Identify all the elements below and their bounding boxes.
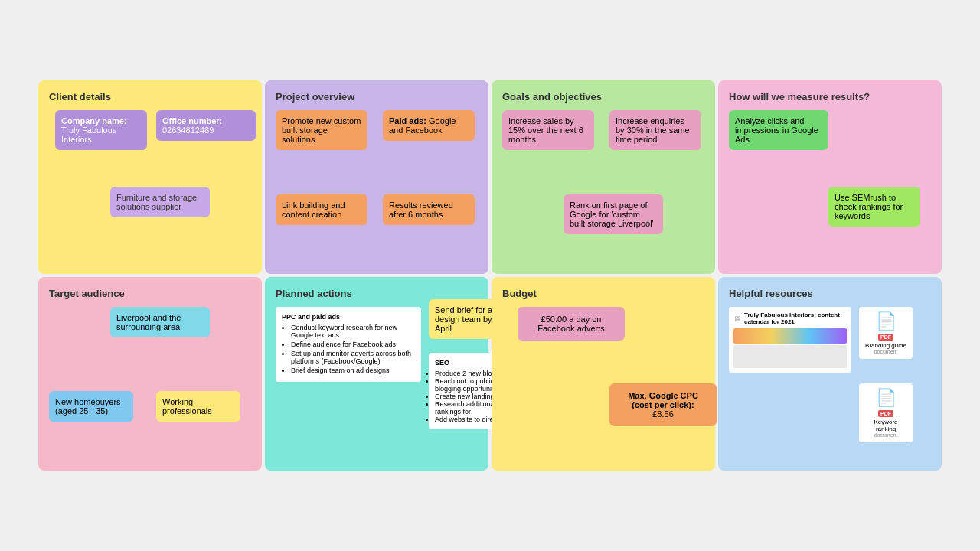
professionals-text: Working professionals [162, 397, 234, 416]
doc3-suffix: document [864, 432, 908, 438]
doc1-preview-bar [733, 328, 847, 344]
promote-text: Promote new custom built storage solutio… [282, 116, 361, 144]
rank-text: Rank on first page of Google for 'custom… [570, 201, 657, 228]
increase-text: Increase sales by 15% over the next 6 mo… [508, 116, 588, 144]
goals-title: Goals and objectives [502, 91, 704, 103]
planned-area: Send brief for ads to design team by 2nd… [276, 307, 478, 460]
budget-area: £50.00 a day on Facebook adverts Max. Go… [502, 307, 704, 460]
resources-title: Helpful resources [729, 288, 931, 299]
homebuyers-text: New homebuyers (aged 25 - 35) [55, 397, 127, 416]
enquiries-text: Increase enquiries by 30% in the same ti… [616, 116, 695, 144]
main-board: Client details Company name: Truly Fabul… [31, 73, 949, 478]
ppc-item-1: Conduct keyword research for new Google … [291, 324, 415, 339]
facebook-budget-sticky[interactable]: £50.00 a day on Facebook adverts [518, 307, 625, 341]
client-title: Client details [49, 91, 251, 103]
cpc-sticky[interactable]: Max. Google CPC (cost per click): £8.56 [609, 383, 717, 426]
paid-label: Paid ads: [389, 116, 426, 126]
ppc-item-2: Define audience for Facebook ads [291, 341, 415, 348]
measure-section: How will we measure results? Analyze cli… [718, 80, 942, 274]
promote-sticky[interactable]: Promote new custom built storage solutio… [276, 110, 368, 150]
resources-section: Helpful resources 🖥 Truly Fabulous Inter… [718, 277, 942, 471]
link-sticky[interactable]: Link building and content creation [276, 194, 368, 225]
target-section: Target audience Liverpool and the surrou… [38, 277, 262, 471]
semrush-sticky[interactable]: Use SEMrush to check rankings for keywor… [828, 187, 920, 227]
project-title: Project overview [276, 91, 478, 103]
planned-section: Planned actions Send brief for ads to de… [265, 277, 488, 471]
results-sticky[interactable]: Results reviewed after 6 months [383, 194, 475, 225]
target-area: Liverpool and the surrounding area New h… [49, 307, 251, 460]
ppc-title: PPC and paid ads [282, 313, 415, 321]
increase-sticky[interactable]: Increase sales by 15% over the next 6 mo… [502, 110, 594, 150]
doc1-icon: 🖥 [733, 315, 741, 323]
resources-area: 🖥 Truly Fabulous Interiors: content cale… [729, 307, 931, 460]
ppc-item-4: Brief design team on ad designs [291, 367, 415, 374]
cpc-label: Max. Google CPC (cost per click): [617, 391, 709, 409]
liverpool-sticky[interactable]: Liverpool and the surrounding area [110, 307, 210, 337]
analyze-sticky[interactable]: Analyze clicks and impressions in Google… [729, 110, 828, 150]
doc1-preview-content [733, 345, 847, 368]
doc1-card[interactable]: 🖥 Truly Fabulous Interiors: content cale… [729, 307, 851, 373]
enquiries-sticky[interactable]: Increase enquiries by 30% in the same ti… [609, 110, 701, 150]
doc2-label: Branding guide [864, 342, 908, 349]
doc2-card[interactable]: 📄 PDF Branding guide document [859, 307, 913, 359]
goals-section: Goals and objectives Increase sales by 1… [492, 80, 715, 274]
goals-area: Increase sales by 15% over the next 6 mo… [502, 110, 704, 263]
company-sticky[interactable]: Company name: Truly Fabulous Interiors [55, 110, 147, 150]
doc2-pdf-badge: PDF [878, 334, 893, 341]
ppc-list[interactable]: PPC and paid ads Conduct keyword researc… [276, 307, 421, 382]
homebuyers-sticky[interactable]: New homebuyers (aged 25 - 35) [49, 391, 133, 422]
rank-sticky[interactable]: Rank on first page of Google for 'custom… [564, 194, 663, 234]
semrush-text: Use SEMrush to check rankings for keywor… [835, 193, 914, 220]
doc3-label: Keyword ranking [864, 419, 908, 432]
professionals-sticky[interactable]: Working professionals [156, 391, 240, 422]
furniture-sticky[interactable]: Furniture and storage solutions supplier [110, 187, 210, 217]
budget-title: Budget [502, 288, 704, 299]
ppc-item-3: Set up and monitor adverts across both p… [291, 350, 415, 365]
ppc-items: Conduct keyword research for new Google … [282, 324, 415, 374]
doc1-title: Truly Fabulous Interiors: content calend… [744, 311, 847, 325]
doc3-pdf-badge: PDF [878, 410, 893, 417]
analyze-text: Analyze clicks and impressions in Google… [735, 116, 822, 144]
measure-area: Analyze clicks and impressions in Google… [729, 110, 931, 263]
company-label: Company name: [61, 116, 141, 126]
measure-title: How will we measure results? [729, 91, 931, 103]
target-title: Target audience [49, 288, 251, 299]
budget-section: Budget £50.00 a day on Facebook adverts … [492, 277, 715, 471]
office-sticky[interactable]: Office number: 02634812489 [156, 110, 256, 141]
doc2-suffix: document [864, 349, 908, 354]
link-text: Link building and content creation [282, 201, 361, 219]
facebook-text: £50.00 a day on Facebook adverts [525, 315, 617, 333]
planned-title: Planned actions [276, 288, 478, 299]
office-label: Office number: [162, 116, 250, 126]
doc2-icon: 📄 [864, 311, 908, 331]
doc3-icon: 📄 [864, 388, 908, 408]
client-section: Client details Company name: Truly Fabul… [38, 80, 262, 274]
project-section: Project overview Promote new custom buil… [265, 80, 488, 274]
results-text: Results reviewed after 6 months [389, 201, 469, 219]
project-area: Promote new custom built storage solutio… [276, 110, 478, 263]
paid-text: Paid ads: Google and Facebook [389, 116, 469, 135]
liverpool-text: Liverpool and the surrounding area [116, 313, 204, 331]
furniture-text: Furniture and storage solutions supplier [116, 193, 204, 211]
cpc-value: £8.56 [617, 409, 709, 419]
paid-sticky[interactable]: Paid ads: Google and Facebook [383, 110, 475, 141]
doc3-card[interactable]: 📄 PDF Keyword ranking document [859, 383, 913, 442]
client-area: Company name: Truly Fabulous Interiors O… [49, 110, 251, 263]
office-value: 02634812489 [162, 126, 250, 135]
company-value: Truly Fabulous Interiors [61, 126, 141, 144]
